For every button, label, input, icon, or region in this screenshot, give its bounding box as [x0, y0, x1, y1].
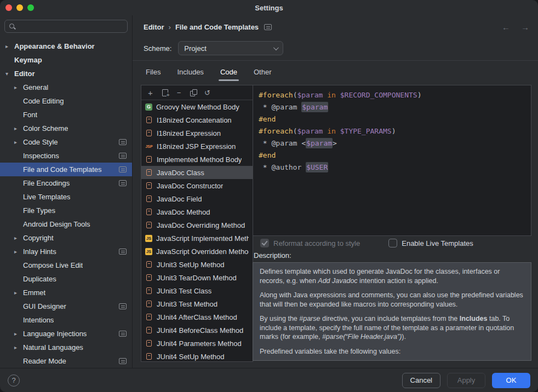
sidebar-item-copyright[interactable]: Copyright	[0, 231, 132, 245]
template-item-javadoc-field[interactable]: JavaDoc Field	[141, 192, 253, 205]
apply-button[interactable]: Apply	[447, 373, 485, 388]
sidebar-item-reader-mode[interactable]: Reader Mode	[0, 354, 132, 368]
template-item-junit4-parameters-method[interactable]: JUnit4 Parameters Method	[141, 337, 253, 350]
sidebar-item-live-templates[interactable]: Live Templates	[0, 190, 132, 204]
sidebar-item-label: Language Injections	[23, 330, 87, 338]
code-token: $param	[306, 138, 333, 148]
breadcrumb-separator-icon	[169, 23, 171, 31]
code-token: )	[417, 91, 422, 99]
live-templates-checkbox[interactable]: Enable Live Templates	[388, 239, 473, 247]
description-text: Includes	[460, 315, 488, 322]
reset-template-button[interactable]	[201, 87, 214, 99]
sidebar-item-intentions[interactable]: Intentions	[0, 313, 132, 327]
chevron-right-icon[interactable]	[14, 331, 23, 337]
code-token: * @author	[259, 163, 306, 171]
breadcrumb-editor[interactable]: Editor	[144, 23, 164, 31]
chevron-right-icon[interactable]	[5, 44, 14, 49]
sidebar-item-label: Appearance & Behavior	[14, 42, 95, 50]
sidebar-item-code-editing[interactable]: Code Editing	[0, 94, 132, 108]
sidebar-item-gui-designer[interactable]: GUI Designer	[0, 299, 132, 313]
sidebar-item-editor[interactable]: Editor	[0, 67, 132, 80]
code-token	[336, 91, 340, 99]
forward-button[interactable]	[521, 22, 529, 32]
ok-button[interactable]: OK	[492, 373, 530, 388]
tab-includes[interactable]: Includes	[177, 65, 203, 79]
zoom-button[interactable]	[27, 4, 34, 11]
chevron-right-icon[interactable]	[14, 85, 23, 90]
sidebar-item-color-scheme[interactable]: Color Scheme	[0, 122, 132, 135]
template-item-i18nized-jsp-expression[interactable]: JSPI18nized JSP Expression	[141, 140, 253, 153]
template-item-implemented-method-body[interactable]: Implemented Method Body	[141, 153, 253, 166]
sidebar-item-duplicates[interactable]: Duplicates	[0, 272, 132, 286]
scheme-select[interactable]: Project	[178, 41, 283, 55]
chevron-right-icon[interactable]	[14, 235, 23, 241]
sidebar-item-code-style[interactable]: Code Style	[0, 135, 132, 149]
template-item-junit4-beforeclass-method[interactable]: JUnit4 BeforeClass Method	[141, 324, 253, 337]
sidebar-item-inlay-hints[interactable]: Inlay Hints	[0, 245, 132, 258]
template-item-junit3-setup-method[interactable]: JUnit3 SetUp Method	[141, 258, 253, 271]
chevron-right-icon[interactable]	[14, 290, 23, 296]
sidebar-item-label: Natural Languages	[23, 343, 83, 351]
sidebar-item-label: Font	[23, 111, 37, 119]
sidebar-item-natural-languages[interactable]: Natural Languages	[0, 341, 132, 354]
code-token: #end	[259, 115, 276, 123]
template-item-javadoc-overriding-method[interactable]: JavaDoc Overriding Method	[141, 218, 253, 232]
template-item-junit4-afterclass-method[interactable]: JUnit4 AfterClass Method	[141, 310, 253, 324]
template-item-label: I18nized Expression	[157, 129, 221, 137]
template-item-groovy-new-method-body[interactable]: GGroovy New Method Body	[141, 100, 253, 113]
template-item-i18nized-expression[interactable]: I18nized Expression	[141, 126, 253, 140]
tab-other[interactable]: Other	[254, 65, 272, 79]
cancel-button[interactable]: Cancel	[402, 373, 440, 388]
template-item-javascript-overridden-method-body[interactable]: JSJavaScript Overridden Method Body	[141, 245, 253, 258]
sidebar-item-file-encodings[interactable]: File Encodings	[0, 176, 132, 190]
sidebar-item-keymap[interactable]: Keymap	[0, 53, 132, 67]
sidebar-item-inspections[interactable]: Inspections	[0, 149, 132, 163]
chevron-right-icon[interactable]	[14, 249, 23, 255]
template-item-i18nized-concatenation[interactable]: I18nized Concatenation	[141, 113, 253, 126]
remove-template-button[interactable]	[173, 87, 185, 99]
sidebar-item-android-design-tools[interactable]: Android Design Tools	[0, 217, 132, 231]
copy-template-button[interactable]	[187, 87, 199, 99]
template-item-junit3-test-class[interactable]: JUnit3 Test Class	[141, 284, 253, 297]
sidebar-item-compose-live-edit[interactable]: Compose Live Edit	[0, 258, 132, 272]
sidebar-item-general[interactable]: General	[0, 80, 132, 94]
template-item-junit3-test-method[interactable]: JUnit3 Test Method	[141, 297, 253, 310]
help-button[interactable]: ?	[8, 374, 20, 387]
minus-icon	[175, 88, 184, 97]
template-item-javadoc-method[interactable]: JavaDoc Method	[141, 205, 253, 218]
tab-files[interactable]: Files	[146, 65, 161, 79]
code-line: * @author $USER	[259, 162, 531, 174]
template-code-editor[interactable]: #foreach($param in $RECORD_COMPONENTS) *…	[253, 85, 531, 236]
chevron-down-icon[interactable]	[5, 71, 14, 77]
chevron-right-icon[interactable]	[14, 126, 23, 131]
search-input[interactable]	[19, 22, 123, 31]
code-line: * @param $param	[259, 101, 531, 113]
template-item-javascript-implemented-method-body[interactable]: JSJavaScript Implemented Method Body	[141, 232, 253, 245]
template-item-label: Groovy New Method Body	[156, 103, 239, 111]
template-item-javadoc-constructor[interactable]: JavaDoc Constructor	[141, 179, 253, 192]
template-item-javadoc-class[interactable]: JavaDoc Class	[141, 166, 253, 179]
template-item-junit3-teardown-method[interactable]: JUnit3 TearDown Method	[141, 271, 253, 284]
sidebar-item-file-and-code-templates[interactable]: File and Code Templates	[0, 163, 132, 176]
sidebar-item-file-types[interactable]: File Types	[0, 204, 132, 217]
sidebar-item-emmet[interactable]: Emmet	[0, 286, 132, 299]
back-button[interactable]	[502, 22, 510, 32]
template-template-icon	[146, 261, 152, 268]
add-template-button[interactable]	[144, 87, 157, 99]
duplicate-template-button[interactable]	[158, 87, 171, 99]
minimize-button[interactable]	[16, 4, 23, 11]
sidebar-item-label: Duplicates	[23, 275, 56, 283]
sidebar-item-label: General	[23, 83, 48, 91]
reformat-checkbox[interactable]: Reformat according to style	[260, 239, 360, 247]
chevron-right-icon[interactable]	[14, 345, 23, 350]
sidebar-item-appearance-behavior[interactable]: Appearance & Behavior	[0, 39, 132, 53]
description-text: Add Javadoc	[318, 277, 357, 285]
chevron-right-icon[interactable]	[14, 140, 23, 145]
sidebar-item-font[interactable]: Font	[0, 108, 132, 122]
template-item-junit4-setup-method[interactable]: JUnit4 SetUp Method	[141, 350, 253, 362]
settings-search[interactable]	[4, 20, 128, 33]
tab-code[interactable]: Code	[220, 65, 237, 79]
sidebar-item-language-injections[interactable]: Language Injections	[0, 327, 132, 341]
chevron-down-icon	[273, 45, 279, 50]
close-button[interactable]	[5, 4, 12, 11]
